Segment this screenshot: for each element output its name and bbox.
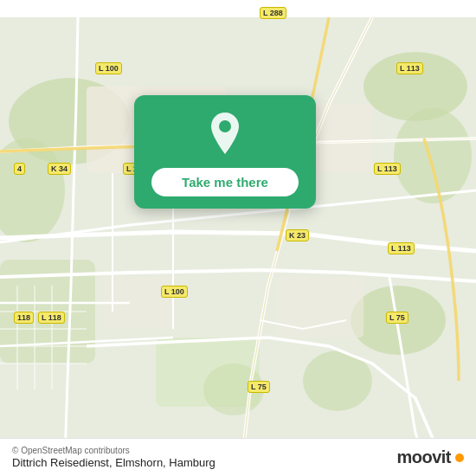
svg-rect-13 [277,277,363,338]
road-label-4: 4 [14,163,25,175]
road-label-L288: L 288 [260,7,286,19]
moovit-logo[interactable]: moovit [396,447,464,467]
popup-card: Take me there [134,95,316,209]
road-label-L100c: L 100 [161,286,188,298]
bottom-bar: © OpenStreetMap contributors Dittrich Re… [0,438,476,476]
svg-point-5 [394,108,472,203]
location-pin-icon [206,111,244,156]
road-label-K34: K 34 [48,163,71,175]
take-me-there-button[interactable]: Take me there [151,168,299,196]
road-label-L113b: L 113 [374,163,401,175]
location-icon-wrap [206,111,244,159]
road-label-L75b: L 75 [248,381,270,393]
road-label-L113c: L 113 [388,242,415,254]
moovit-brand-text: moovit [396,447,451,467]
bottom-left: © OpenStreetMap contributors Dittrich Re… [12,446,215,469]
road-label-118: 118 [14,312,34,324]
road-label-L75a: L 75 [386,312,408,324]
map-container: L 288 L 100 L 113 K 34 L 100 L 113 K 23 … [0,0,476,476]
road-label-K23: K 23 [286,229,309,241]
road-label-L113a: L 113 [396,62,423,74]
svg-point-22 [219,120,231,132]
osm-credit: © OpenStreetMap contributors [12,446,215,455]
road-label-L100a: L 100 [95,62,122,74]
moovit-dot-icon [455,453,464,462]
location-name: Dittrich Reisedienst, Elmshorn, Hamburg [12,456,215,469]
road-label-L118: L 118 [38,312,65,324]
